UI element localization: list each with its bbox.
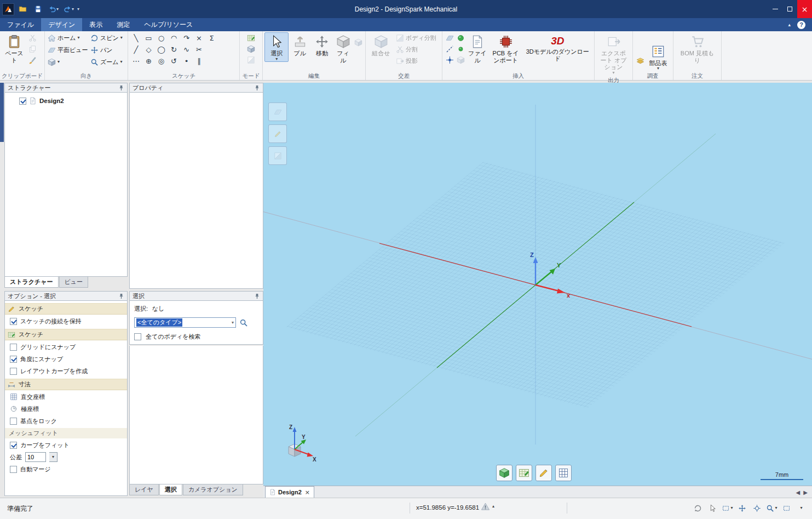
close-tab-icon[interactable]: ×	[305, 489, 310, 496]
status-expand-button[interactable]: ▾	[795, 502, 808, 515]
undo-dropdown-caret[interactable]: ▾	[56, 7, 59, 12]
insert-cylinder-button[interactable]	[455, 54, 466, 65]
status-zoom-button[interactable]: ▾	[765, 502, 778, 515]
option-keep-connections[interactable]: スケッチの接続を保持	[5, 316, 127, 327]
view-cube-button[interactable]: ▾	[47, 56, 89, 68]
undo-button[interactable]: ▾	[47, 2, 60, 16]
fit-curves-checkbox[interactable]	[10, 442, 17, 449]
sketch-mode-button[interactable]	[246, 32, 257, 43]
project-button[interactable]: 投影	[395, 55, 437, 67]
structure-tree[interactable]: Design2	[4, 93, 128, 277]
tab-view[interactable]: 表示	[82, 18, 110, 31]
tolerance-input[interactable]	[25, 452, 46, 462]
viewport-section-tool-button[interactable]	[268, 146, 287, 165]
keep-connections-checkbox[interactable]	[10, 318, 17, 325]
tab-design[interactable]: デザイン	[41, 18, 82, 31]
sketch-circle-icon[interactable]: ○	[155, 32, 168, 44]
insert-sphere-button[interactable]	[455, 32, 466, 43]
select-tool-button[interactable]: 選択 ▾	[264, 32, 289, 62]
option-snap-angle[interactable]: 角度にスナップ	[5, 353, 127, 364]
status-move-button[interactable]	[751, 502, 763, 515]
insert-plane-button[interactable]	[444, 32, 455, 43]
save-button[interactable]	[31, 2, 45, 16]
cut-button[interactable]	[27, 32, 38, 43]
pull-tool-button[interactable]: プル	[289, 32, 310, 58]
tolerance-dropdown-caret[interactable]: ▾	[49, 452, 57, 462]
sketch-arc-icon[interactable]: ◠	[168, 32, 180, 44]
status-orbit-button[interactable]	[692, 502, 704, 515]
annotation-mode-button[interactable]	[535, 465, 552, 481]
option-fit-curves[interactable]: カーブをフィット	[5, 440, 127, 450]
prev-tab-button[interactable]: ◀	[796, 489, 801, 495]
collapsed-panel-strip[interactable]	[0, 83, 4, 142]
sketch-three-point-circle-icon[interactable]: ◯	[155, 44, 168, 55]
tree-item-design2[interactable]: Design2	[5, 93, 127, 105]
split-body-button[interactable]: ボディ分割	[395, 32, 437, 44]
filter-dropdown-caret[interactable]: ▾	[232, 320, 234, 325]
navigation-triad[interactable]: Z Y X	[289, 424, 316, 463]
pin-icon[interactable]	[118, 85, 124, 91]
sketch-mirror-line-icon[interactable]: ∥	[193, 55, 205, 67]
plan-view-button[interactable]: 平面ビュー	[47, 44, 89, 56]
option-cartesian[interactable]: 直交座標	[5, 391, 127, 402]
option-polar[interactable]: 極座標	[5, 403, 127, 414]
home-view-button[interactable]: ホーム▾	[47, 32, 89, 44]
app-logo-icon[interactable]	[2, 3, 14, 15]
sketch-revolve-arc-icon[interactable]: ↺	[168, 55, 180, 67]
copy-button[interactable]	[27, 43, 38, 54]
section-mode-button[interactable]	[246, 54, 257, 65]
option-lock-base[interactable]: 基点をロック	[5, 415, 127, 426]
customize-quick-access-caret[interactable]: ▾	[77, 7, 79, 12]
grid-toggle-button[interactable]	[555, 465, 572, 481]
search-all-bodies-option[interactable]: 全てのボディを検索	[130, 328, 263, 341]
spin-button[interactable]: スピン▾	[89, 32, 126, 44]
notification-expand-caret[interactable]: ▴	[492, 504, 494, 509]
move-tool-button[interactable]: 移動	[311, 32, 333, 58]
status-select-button[interactable]	[706, 502, 719, 515]
help-icon[interactable]: ?	[797, 21, 805, 29]
tab-views[interactable]: ビュー	[59, 277, 89, 288]
fill-tool-button[interactable]: フィル	[333, 32, 353, 64]
bom-button[interactable]: 部品表 ▾	[646, 42, 671, 72]
tab-help[interactable]: ヘルプ/リソース	[137, 18, 200, 31]
option-snap-grid[interactable]: グリッドにスナップ	[5, 341, 127, 352]
tab-file[interactable]: ファイル	[0, 18, 41, 31]
minimize-button[interactable]	[768, 0, 782, 18]
insert-small-sphere-button[interactable]	[455, 43, 466, 54]
viewport-3d[interactable]: Z Y x Z Y X	[263, 83, 812, 486]
sketch-rectangle-icon[interactable]: ▭	[142, 32, 155, 44]
option-auto-merge[interactable]: 自動マージ	[5, 464, 127, 475]
insert-file-button[interactable]: ファイル	[466, 32, 489, 64]
viewport-edit-tool-button[interactable]	[268, 124, 287, 143]
paste-button[interactable]: ペースト	[2, 32, 27, 64]
layout-curves-checkbox[interactable]	[10, 368, 17, 375]
insert-axis-button[interactable]	[444, 43, 455, 54]
tab-structure[interactable]: ストラクチャー	[4, 277, 59, 288]
pin-icon[interactable]	[254, 85, 260, 91]
layers-tool-button[interactable]	[635, 55, 646, 66]
status-pan-button[interactable]	[736, 502, 748, 515]
tab-selection[interactable]: 選択	[159, 484, 182, 495]
sketch-sweep-arc-icon[interactable]: ↻	[168, 44, 180, 55]
document-tab-design2[interactable]: Design2 ×	[265, 486, 314, 498]
redo-button[interactable]: ▾	[62, 2, 76, 16]
sketch-offset-line-icon[interactable]: ⋯	[130, 55, 142, 67]
sketch-concentric-circle-icon[interactable]: ◎	[155, 55, 168, 67]
snap-grid-checkbox[interactable]	[10, 344, 17, 351]
maximize-button[interactable]	[782, 0, 797, 18]
sketch-trim-icon[interactable]: ×	[193, 32, 205, 44]
tab-measure[interactable]: 測定	[110, 18, 137, 31]
pin-icon[interactable]	[254, 293, 260, 299]
viewport-sketch-tool-button[interactable]	[268, 102, 287, 121]
sketch-point-icon[interactable]: •	[180, 55, 193, 67]
format-painter-button[interactable]	[27, 54, 38, 65]
sketch-split-curve-icon[interactable]: ✂	[193, 44, 205, 55]
viewport-canvas[interactable]: Z Y x Z Y X	[263, 83, 812, 486]
tab-layers[interactable]: レイヤ	[129, 484, 159, 495]
sketch-polygon-icon[interactable]: ◇	[142, 44, 155, 55]
sketch-construction-line-icon[interactable]: ╱	[130, 44, 142, 55]
redo-dropdown-caret[interactable]: ▾	[72, 7, 74, 12]
status-box-select-button[interactable]: ▾	[721, 502, 734, 515]
collapse-ribbon-caret[interactable]: ▴	[788, 22, 791, 27]
sketch-tangent-arc-icon[interactable]: ↷	[180, 32, 193, 44]
